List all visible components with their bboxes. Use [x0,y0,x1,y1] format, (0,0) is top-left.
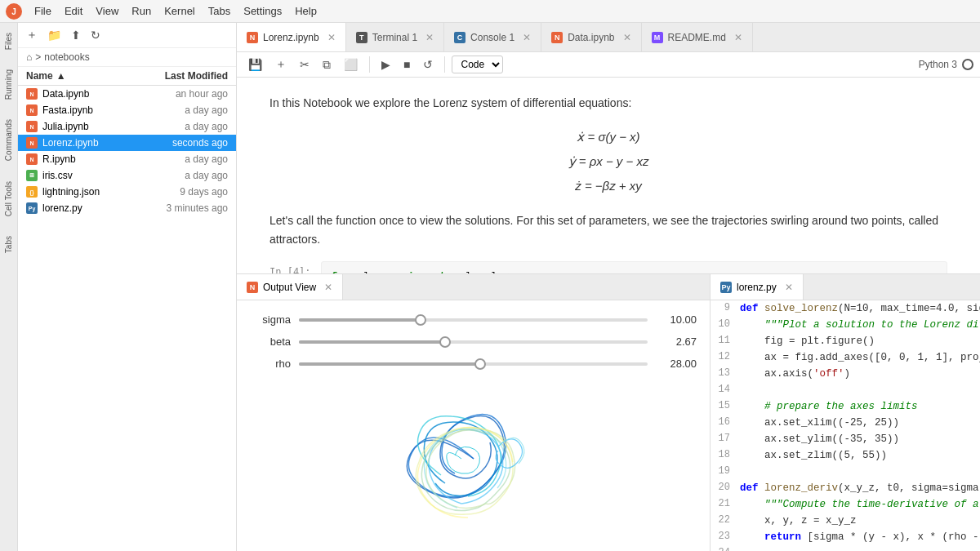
menu-edit[interactable]: Edit [58,3,89,19]
file-row[interactable]: N Lorenz.ipynb seconds ago [18,135,236,151]
stop-button[interactable]: ■ [399,56,415,73]
file-modified: 3 minutes ago [138,202,228,214]
file-row[interactable]: N Fasta.ipynb a day ago [18,102,236,118]
add-cell-button[interactable]: ＋ [270,56,292,73]
file-rows-container: N Data.ipynb an hour ago N Fasta.ipynb a… [18,86,236,216]
tab-lorenz[interactable]: N Lorenz.ipynb ✕ [237,23,346,51]
line-code: x, y, z = x_y_z [740,513,980,529]
line-code: """Plot a solution to the Lorenz differe… [740,317,980,333]
file-row[interactable]: N Julia.ipynb a day ago [18,118,236,135]
tab-lorenz-close[interactable]: ✕ [327,32,336,43]
output-content: sigma 10.00 beta 2.67 rho 28.00 [237,300,710,551]
line-number: 16 [710,415,740,431]
readme-icon: M [652,32,663,43]
file-modified: a day ago [138,104,228,116]
cell-type-select[interactable]: Code [452,56,503,73]
refresh-button[interactable]: ↻ [87,27,104,43]
line-code: ax.set_xlim((-25, 25)) [740,415,980,431]
file-name: Fasta.ipynb [42,104,93,116]
code-tab-lorenzpy[interactable]: Py lorenz.py ✕ [710,274,804,300]
slider-group: rho 28.00 [250,358,697,370]
tab-terminal[interactable]: T Terminal 1 ✕ [346,23,444,51]
slider-track[interactable] [299,340,648,344]
paste-button[interactable]: ⬜ [339,56,363,73]
restart-button[interactable]: ↺ [418,56,438,73]
sidebar-label-running[interactable]: Running [2,60,16,109]
line-code: ax = fig.add_axes([0, 0, 1, 1], projecti… [740,349,980,366]
menu-run[interactable]: Run [125,3,158,19]
file-modified: seconds ago [138,137,228,149]
new-file-button[interactable]: ＋ [23,26,41,44]
line-number: 15 [710,398,740,415]
menu-settings[interactable]: Settings [237,3,288,19]
tab-readme-close[interactable]: ✕ [734,32,742,43]
line-code: def lorenz_deriv(x_y_z, t0, sigma=sigma,… [740,480,980,496]
slider-label: beta [250,335,291,348]
code-line: 21 """Compute the time-derivative of a L… [710,496,980,513]
slider-group: sigma 10.00 [250,313,697,326]
file-row[interactable]: {} lightning.json 9 days ago [18,184,236,200]
tab-data[interactable]: N Data.ipynb ✕ [541,23,641,51]
toolbar-separator [369,56,370,73]
cut-button[interactable]: ✂ [295,56,314,73]
output-tab-close[interactable]: ✕ [324,282,332,293]
code-line: 9 def solve_lorenz(N=10, max_time=4.0, s… [710,300,980,317]
tab-console-label: Console 1 [470,32,514,43]
menubar: J File Edit View Run Kernel Tabs Setting… [0,0,980,23]
menu-file[interactable]: File [28,3,58,19]
code-tab-label: lorenz.py [737,282,777,293]
save-button[interactable]: 💾 [243,56,267,73]
cell-code[interactable]: from lorenz import solve_lorenz t, x_t =… [321,261,947,273]
file-row[interactable]: Py lorenz.py 3 minutes ago [18,200,236,216]
line-number: 24 [710,545,740,551]
sidebar-label-celltools[interactable]: Cell Tools [2,171,16,226]
code-line: 22 x, y, z = x_y_z [710,513,980,529]
output-tab[interactable]: N Output View ✕ [237,274,343,300]
upload-button[interactable]: ⬆ [68,27,84,43]
menu-help[interactable]: Help [288,3,323,19]
line-number: 21 [710,496,740,513]
tab-console[interactable]: C Console 1 ✕ [444,23,541,51]
py-tab-icon: Py [720,282,732,293]
tab-console-close[interactable]: ✕ [523,32,531,43]
menu-view[interactable]: View [89,3,125,19]
code-tab-close[interactable]: ✕ [785,282,793,293]
file-name: Lorenz.ipynb [42,137,99,149]
slider-track[interactable] [299,362,648,366]
line-number: 23 [710,529,740,545]
file-row[interactable]: ⊞ iris.csv a day ago [18,167,236,184]
sidebar-label-files[interactable]: Files [2,23,16,60]
tab-readme[interactable]: M README.md ✕ [642,23,753,51]
notebook-icon: N [247,32,258,43]
code-line: 14 [710,382,980,398]
notebook-text-2: Let's call the function once to view the… [270,211,947,248]
breadcrumb-path[interactable]: notebooks [44,51,89,63]
notebook-content: In this Notebook we explore the Lorenz s… [237,78,980,273]
output-tab-label: Output View [263,282,316,293]
slider-track[interactable] [299,318,648,322]
tab-terminal-label: Terminal 1 [372,32,417,43]
file-row[interactable]: N Data.ipynb an hour ago [18,86,236,102]
tab-terminal-close[interactable]: ✕ [425,32,434,43]
run-button[interactable]: ▶ [376,56,395,73]
new-folder-button[interactable]: 📁 [44,27,65,43]
svg-text:J: J [11,7,16,16]
file-type-icon: {} [26,186,38,198]
cell-prompt: In [4]: [270,261,321,273]
file-table: Name ▲ Last Modified N Data.ipynb an hou… [18,67,236,551]
line-number: 22 [710,513,740,529]
code-line: 13 ax.axis('off') [710,366,980,382]
slider-value: 28.00 [656,358,697,370]
tab-data-close[interactable]: ✕ [623,32,631,43]
copy-button[interactable]: ⧉ [318,56,336,73]
code-content: 9 def solve_lorenz(N=10, max_time=4.0, s… [710,300,980,551]
code-panel: Py lorenz.py ✕ 9 def solve_lorenz(N=10, … [710,274,980,551]
menu-kernel[interactable]: Kernel [158,3,202,19]
file-name: iris.csv [42,170,73,181]
file-row[interactable]: N R.ipynb a day ago [18,151,236,167]
sidebar-label-commands[interactable]: Commands [2,109,16,171]
menu-tabs[interactable]: Tabs [202,3,237,19]
bottom-panels: N Output View ✕ sigma 10.00 beta 2.67 rh… [237,273,980,551]
sidebar-label-tabs[interactable]: Tabs [2,226,16,263]
code-line: 23 return [sigma * (y - x), x * (rho - z… [710,529,980,545]
